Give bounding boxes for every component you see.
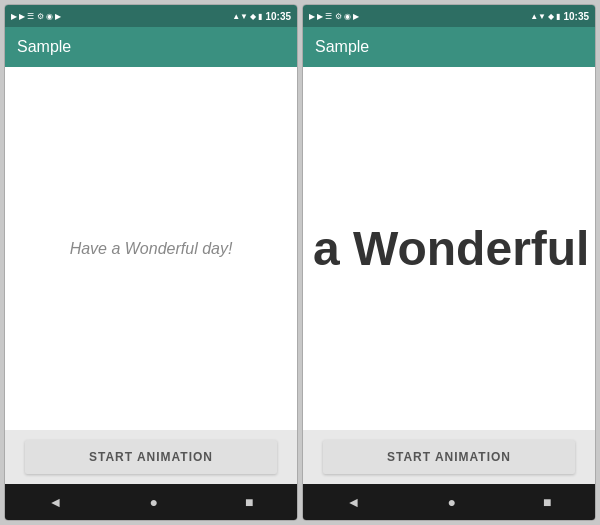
nav-back-1[interactable]: ◄ xyxy=(49,494,63,510)
notif-icons-2: ▶ ▶ ☰ ⚙ ◉ ▶ xyxy=(309,12,359,21)
status-bar-left-2: ▶ ▶ ☰ ⚙ ◉ ▶ xyxy=(309,12,359,21)
status-bar-right-2: ▲▼ ◆ ▮ 10:35 xyxy=(530,11,589,22)
nav-recent-2[interactable]: ■ xyxy=(543,494,551,510)
nav-home-1[interactable]: ● xyxy=(149,494,157,510)
status-bar-left-1: ▶ ▶ ☰ ⚙ ◉ ▶ xyxy=(11,12,61,21)
notif-icons-1: ▶ ▶ ☰ ⚙ ◉ ▶ xyxy=(11,12,61,21)
bottom-area-1: START ANIMATION xyxy=(5,430,297,484)
app-bar-title-2: Sample xyxy=(315,38,369,56)
center-text-1: Have a Wonderful day! xyxy=(70,240,233,258)
status-bar-right-1: ▲▼ ◆ ▮ 10:35 xyxy=(232,11,291,22)
nav-recent-1[interactable]: ■ xyxy=(245,494,253,510)
animated-text-2: a Wonderful xyxy=(313,221,589,276)
status-time-2: 10:35 xyxy=(563,11,589,22)
status-time-1: 10:35 xyxy=(265,11,291,22)
app-bar-title-1: Sample xyxy=(17,38,71,56)
app-bar-2: Sample xyxy=(303,27,595,67)
status-bar-2: ▶ ▶ ☰ ⚙ ◉ ▶ ▲▼ ◆ ▮ 10:35 xyxy=(303,5,595,27)
main-content-2: a Wonderful xyxy=(303,67,595,430)
nav-bar-2: ◄ ● ■ xyxy=(303,484,595,520)
app-bar-1: Sample xyxy=(5,27,297,67)
phone-1: ▶ ▶ ☰ ⚙ ◉ ▶ ▲▼ ◆ ▮ 10:35 Sample Have a W… xyxy=(4,4,298,521)
start-animation-button-2[interactable]: START ANIMATION xyxy=(323,440,575,474)
status-bar-1: ▶ ▶ ☰ ⚙ ◉ ▶ ▲▼ ◆ ▮ 10:35 xyxy=(5,5,297,27)
phone-2: ▶ ▶ ☰ ⚙ ◉ ▶ ▲▼ ◆ ▮ 10:35 Sample a Wonder… xyxy=(302,4,596,521)
bottom-area-2: START ANIMATION xyxy=(303,430,595,484)
connectivity-icons-1: ▲▼ ◆ ▮ xyxy=(232,12,262,21)
connectivity-icons-2: ▲▼ ◆ ▮ xyxy=(530,12,560,21)
start-animation-button-1[interactable]: START ANIMATION xyxy=(25,440,277,474)
nav-home-2[interactable]: ● xyxy=(447,494,455,510)
nav-bar-1: ◄ ● ■ xyxy=(5,484,297,520)
nav-back-2[interactable]: ◄ xyxy=(347,494,361,510)
main-content-1: Have a Wonderful day! xyxy=(5,67,297,430)
